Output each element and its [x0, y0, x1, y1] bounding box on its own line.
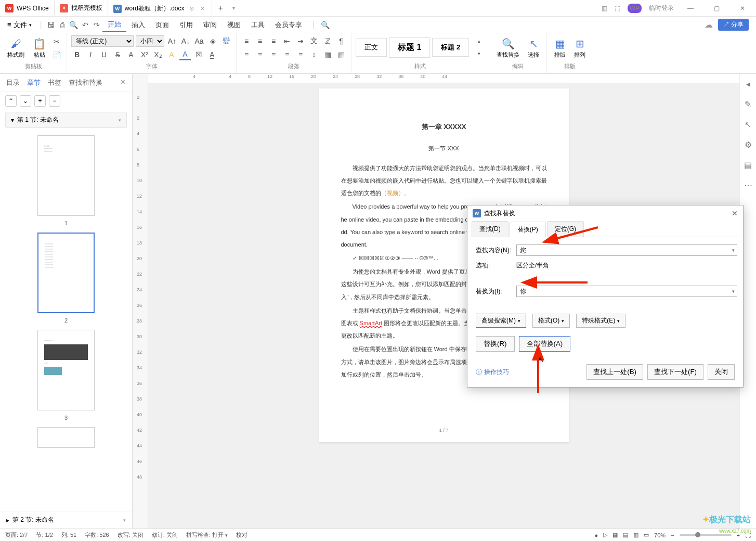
section-2-header[interactable]: ▸ 第 2 节: 未命名 ▾	[0, 511, 132, 529]
menu-start[interactable]: 开始	[102, 18, 126, 32]
style-heading2[interactable]: 标题 2	[432, 38, 469, 57]
page-thumbnail-4[interactable]	[37, 427, 95, 448]
nav-remove-button[interactable]: −	[49, 95, 60, 107]
pen-icon[interactable]: ✎	[745, 99, 751, 109]
font-type-icon[interactable]: A	[125, 49, 137, 60]
nav-next-button[interactable]: ⌄	[20, 95, 31, 107]
close-icon[interactable]: ✕	[120, 78, 126, 87]
page-thumbnail-2[interactable]: ━━━━━━━━━━━━━━━━━━━━━━━━━━━━━━━━━━━━━━━━…	[37, 233, 95, 313]
menu-view[interactable]: 视图	[222, 18, 246, 32]
underline-icon[interactable]: U	[98, 49, 110, 60]
menu-tools[interactable]: 工具	[246, 18, 270, 32]
distribute-icon[interactable]: ≡	[295, 49, 306, 60]
nav-tab-toc[interactable]: 目录	[6, 78, 20, 87]
status-overwrite[interactable]: 改写: 关闭	[118, 531, 144, 539]
zoom-slider[interactable]	[680, 534, 732, 536]
save-icon[interactable]: 🖫	[45, 19, 57, 31]
sort-icon[interactable]: ℤ	[322, 35, 333, 47]
nav-tab-sections[interactable]: 章节	[27, 78, 41, 87]
tab-close-icon[interactable]: ⊙	[188, 5, 195, 12]
user-avatar[interactable]: WP	[628, 4, 642, 13]
preview-icon[interactable]: 🔍	[68, 19, 80, 31]
status-spellcheck[interactable]: 拼写检查: 打开 ▾	[186, 531, 228, 539]
numbered-list-icon[interactable]: ≡	[254, 35, 266, 47]
view-outline-icon[interactable]: ▤	[623, 532, 628, 538]
layout-button[interactable]: ▦ 排版	[551, 35, 569, 61]
close-icon[interactable]: ✕	[199, 5, 206, 12]
superscript-icon[interactable]: X²	[139, 49, 150, 60]
nav-tab-find[interactable]: 查找和替换	[69, 78, 102, 87]
view-read-icon[interactable]: ▭	[644, 532, 649, 538]
tab-templates[interactable]: ✦ 找稻壳模板	[55, 1, 108, 16]
style-normal[interactable]: 正文	[356, 38, 387, 57]
font-size-select[interactable]: 小四	[136, 35, 164, 47]
char-border-icon[interactable]: A̲	[206, 49, 218, 60]
line-spacing-icon[interactable]: ↕	[308, 49, 320, 60]
record-icon[interactable]: ●	[594, 532, 598, 538]
find-next-button[interactable]: 查找下一处(F)	[647, 364, 703, 380]
indent-icon[interactable]: ⇥	[295, 35, 306, 47]
strikethrough-icon[interactable]: S̶	[112, 49, 123, 60]
tab-find[interactable]: 查找(D)	[472, 221, 509, 237]
style-up-icon[interactable]: ▴	[473, 35, 485, 47]
replace-input[interactable]	[516, 286, 737, 297]
status-column[interactable]: 列: 51	[61, 531, 76, 539]
clear-format-icon[interactable]: ◈	[207, 35, 218, 47]
paste-button[interactable]: 📋 粘贴	[30, 35, 49, 61]
align-justify-icon[interactable]: ≡	[281, 49, 293, 60]
font-shrink-icon[interactable]: A↓	[180, 35, 191, 47]
menu-review[interactable]: 审阅	[198, 18, 222, 32]
pinyin-icon[interactable]: 變	[220, 35, 232, 47]
layers-icon[interactable]: ▤	[744, 160, 752, 170]
window-layout-icon[interactable]: ▥	[602, 5, 607, 12]
section-1-header[interactable]: ▾ 第 1 节: 未命名 ▾	[5, 112, 127, 128]
status-wordcount[interactable]: 字数: 526	[85, 531, 109, 539]
nav-prev-button[interactable]: ⌃	[5, 95, 17, 107]
more-icon[interactable]: ⋯	[744, 181, 752, 190]
tab-goto[interactable]: 定位(G)	[547, 221, 584, 237]
font-name-select[interactable]: 等线 (正文)	[71, 35, 134, 47]
new-tab-button[interactable]: +	[212, 4, 229, 13]
font-color-icon[interactable]: A	[179, 49, 191, 60]
page-thumbnail-3[interactable]: ━━━━━━━━━━━━	[37, 330, 95, 410]
close-icon[interactable]: ✕	[732, 209, 738, 217]
find-replace-button[interactable]: 🔍 查找替换	[493, 35, 523, 61]
align-right-icon[interactable]: ≡	[268, 49, 279, 60]
menu-page[interactable]: 页面	[150, 18, 174, 32]
align-center-icon[interactable]: ≡	[254, 49, 266, 60]
tab-dropdown-icon[interactable]: ▾	[232, 5, 235, 11]
search-icon[interactable]: 🔍	[320, 19, 331, 31]
menu-member[interactable]: 会员专享	[270, 18, 307, 32]
play-icon[interactable]: ▷	[603, 532, 607, 538]
advanced-search-button[interactable]: 高级搜索(M) ▾	[476, 314, 526, 328]
replace-all-button[interactable]: 全部替换(A)	[519, 336, 571, 352]
style-heading1[interactable]: 标题 1	[389, 37, 430, 58]
change-case-icon[interactable]: Aa	[193, 35, 205, 47]
settings-icon[interactable]: ⚙	[745, 140, 752, 150]
replace-button[interactable]: 替换(R)	[476, 336, 515, 352]
find-input[interactable]	[516, 244, 737, 256]
format-button[interactable]: 格式(O) ▾	[532, 314, 570, 328]
zoom-level[interactable]: 70%	[654, 532, 666, 538]
borders-icon[interactable]: ▦	[335, 49, 347, 60]
format-brush-button[interactable]: 🖌 格式刷	[4, 36, 28, 61]
nav-tab-bookmarks[interactable]: 书签	[48, 78, 61, 87]
status-track[interactable]: 修订: 关闭	[152, 531, 178, 539]
highlight-icon[interactable]: A	[166, 49, 177, 60]
cloud-icon[interactable]: ☁	[705, 20, 713, 30]
style-down-icon[interactable]: ▾	[473, 48, 485, 59]
cursor-icon[interactable]: ↖	[745, 120, 751, 130]
italic-icon[interactable]: I	[85, 49, 96, 60]
status-section[interactable]: 节: 1/2	[36, 531, 53, 539]
share-button[interactable]: ↗ 分享	[718, 19, 749, 31]
view-web-icon[interactable]: ▥	[633, 532, 638, 538]
outdent-icon[interactable]: ⇤	[281, 35, 293, 47]
zoom-out-button[interactable]: −	[671, 532, 674, 538]
align-left-icon[interactable]: ≡	[241, 49, 252, 60]
bullet-list-icon[interactable]: ≡	[241, 35, 252, 47]
bold-icon[interactable]: B	[71, 49, 83, 60]
copy-icon[interactable]: 📄	[51, 49, 62, 61]
print-icon[interactable]: ⎙	[57, 19, 68, 31]
select-button[interactable]: ↖ 选择	[525, 35, 542, 61]
tab-wps-home[interactable]: W WPS Office	[0, 1, 55, 16]
